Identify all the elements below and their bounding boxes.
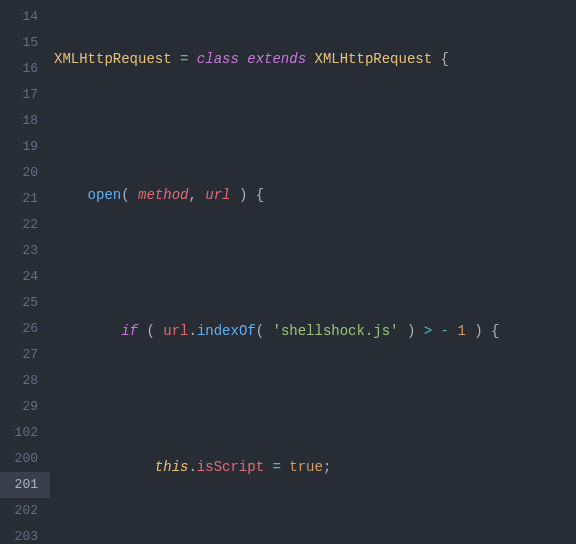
line-number: 21	[8, 186, 38, 212]
line-number: 17	[8, 82, 38, 108]
line-number: 14	[8, 4, 38, 30]
line-number-active: 201	[0, 472, 50, 498]
line-number: 29	[8, 394, 38, 420]
line-number: 200	[8, 446, 38, 472]
line-number: 22	[8, 212, 38, 238]
line-number: 25	[8, 290, 38, 316]
code-line: XMLHttpRequest = class extends XMLHttpRe…	[50, 46, 576, 72]
line-number: 27	[8, 342, 38, 368]
code-line	[50, 522, 576, 544]
line-number: 202	[8, 498, 38, 524]
line-number: 16	[8, 56, 38, 82]
code-line: if ( url.indexOf( 'shellshock.js' ) > - …	[50, 318, 576, 344]
line-number: 203	[8, 524, 38, 544]
code-editor[interactable]: 14 15 16 17 18 19 20 21 22 23 24 25 26 2…	[0, 0, 576, 544]
line-number: 26	[8, 316, 38, 342]
code-line	[50, 250, 576, 276]
code-line: this.isScript = true;	[50, 454, 576, 480]
code-area[interactable]: XMLHttpRequest = class extends XMLHttpRe…	[50, 0, 576, 544]
code-line: open( method, url ) {	[50, 182, 576, 208]
line-number: 102	[8, 420, 38, 446]
code-line	[50, 386, 576, 412]
line-number: 24	[8, 264, 38, 290]
line-gutter: 14 15 16 17 18 19 20 21 22 23 24 25 26 2…	[0, 0, 50, 544]
line-number: 19	[8, 134, 38, 160]
line-number: 20	[8, 160, 38, 186]
line-number: 18	[8, 108, 38, 134]
code-line	[50, 114, 576, 140]
line-number: 28	[8, 368, 38, 394]
line-number: 15	[8, 30, 38, 56]
line-number: 23	[8, 238, 38, 264]
